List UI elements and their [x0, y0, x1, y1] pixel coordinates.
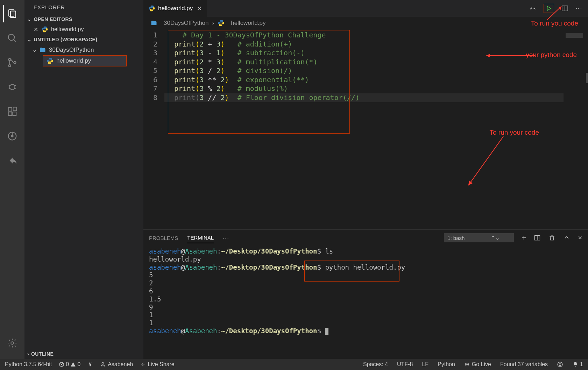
status-found-variables[interactable]: Found 37 variables	[500, 361, 548, 368]
sidebar-title: EXPLORER	[24, 0, 143, 14]
status-bar: Python 3.7.5 64-bit 0 0 Asabeneh Live Sh…	[0, 359, 588, 370]
chevron-down-icon: ⌄	[32, 46, 37, 54]
breadcrumb-folder[interactable]: 30DaysOfPython	[164, 20, 209, 27]
open-editor-filename: helloworld.py	[51, 26, 84, 33]
new-terminal-icon[interactable]: +	[522, 233, 526, 242]
status-golive[interactable]: Go Live	[464, 361, 491, 368]
status-spaces[interactable]: Spaces: 4	[363, 361, 388, 368]
quokka-icon[interactable]	[87, 362, 93, 367]
svg-point-6	[14, 62, 16, 64]
settings-gear-icon[interactable]	[3, 334, 21, 352]
svg-marker-24	[547, 6, 551, 10]
close-icon[interactable]: ✕	[34, 26, 41, 33]
status-encoding[interactable]: UTF-8	[397, 361, 413, 368]
code-editor[interactable]: 1 2 3 4 5 6 7 8 # Day 1 - 30DaysOfPython…	[143, 29, 588, 229]
svg-point-38	[102, 363, 104, 364]
status-feedback-icon[interactable]	[557, 361, 563, 368]
python-file-icon	[218, 20, 225, 27]
panel-tabs: PROBLEMS TERMINAL ··· 1: bash ⌃⌄ +	[143, 230, 588, 246]
tab-bar: helloworld.py ✕ ···	[143, 0, 588, 17]
folder-name: 30DaysOfPython	[49, 47, 94, 54]
gitlens-icon[interactable]	[3, 127, 21, 145]
line-number-gutter: 1 2 3 4 5 6 7 8	[143, 31, 164, 229]
svg-line-9	[9, 88, 10, 89]
workspace-header[interactable]: ⌄ UNTITLED (WORKSPACE)	[24, 35, 143, 44]
open-editors-label: OPEN EDITORS	[34, 16, 72, 22]
svg-line-13	[13, 84, 14, 85]
svg-point-23	[533, 8, 534, 8]
svg-point-19	[12, 135, 13, 137]
python-file-icon	[41, 26, 48, 33]
search-icon[interactable]	[3, 29, 21, 47]
workspace-label: UNTITLED (WORKSPACE)	[34, 37, 97, 42]
code-lines[interactable]: # Day 1 - 30DaysOfPython Challenge print…	[164, 31, 564, 229]
svg-rect-15	[8, 112, 12, 115]
status-eol[interactable]: LF	[422, 361, 428, 368]
run-button[interactable]	[544, 4, 554, 13]
tab-actions: ···	[529, 0, 588, 17]
chevron-right-icon: ›	[27, 351, 29, 357]
svg-rect-16	[13, 112, 16, 115]
maximize-panel-icon[interactable]	[563, 234, 570, 241]
close-panel-icon[interactable]: ✕	[578, 235, 582, 241]
terminal-shell-select[interactable]: 1: bash ⌃⌄	[444, 233, 514, 242]
close-icon[interactable]: ✕	[197, 5, 202, 12]
svg-rect-17	[13, 107, 17, 111]
more-actions-icon[interactable]: ···	[576, 5, 582, 12]
breadcrumb-separator: ›	[212, 20, 214, 27]
terminal-cursor	[325, 328, 328, 335]
chevron-down-icon: ⌄	[27, 37, 31, 42]
svg-line-8	[9, 85, 10, 86]
svg-rect-14	[8, 108, 12, 111]
status-errors[interactable]: 0 0	[59, 361, 80, 368]
folder-item[interactable]: ⌄ 30DaysOfPython	[24, 44, 143, 55]
folder-icon	[150, 20, 157, 27]
svg-point-41	[559, 364, 560, 364]
split-editor-icon[interactable]	[561, 5, 569, 12]
gitlens-toggle-icon[interactable]	[529, 5, 537, 12]
kill-terminal-icon[interactable]	[548, 234, 555, 241]
open-editors-header[interactable]: ⌄ OPEN EDITORS	[24, 14, 143, 24]
svg-point-5	[8, 65, 10, 67]
panel-tab-problems[interactable]: PROBLEMS	[149, 233, 178, 243]
svg-line-3	[14, 40, 16, 42]
panel-tab-terminal[interactable]: TERMINAL	[187, 233, 214, 243]
status-python-version[interactable]: Python 3.7.5 64-bit	[5, 361, 52, 368]
minimap[interactable]	[564, 31, 588, 229]
dropdown-icon: ⌃⌄	[491, 235, 500, 241]
file-item[interactable]: helloworld.py	[43, 55, 127, 66]
liveshare-activity-icon[interactable]	[3, 152, 21, 169]
svg-point-22	[531, 8, 532, 8]
sidebar: EXPLORER ⌄ OPEN EDITORS ✕ helloworld.py …	[24, 0, 143, 359]
source-control-icon[interactable]	[3, 54, 21, 71]
status-liveshare[interactable]: Live Share	[140, 361, 175, 368]
extensions-icon[interactable]	[3, 103, 21, 120]
bottom-panel: PROBLEMS TERMINAL ··· 1: bash ⌃⌄ +	[143, 229, 588, 359]
status-liveshare-user[interactable]: Asabeneh	[100, 361, 133, 368]
svg-point-2	[8, 34, 15, 41]
svg-point-7	[10, 85, 15, 90]
outline-header[interactable]: › OUTLINE	[24, 349, 143, 359]
breadcrumb-file[interactable]: helloworld.py	[231, 20, 265, 27]
folder-icon	[39, 47, 46, 54]
svg-point-42	[561, 364, 561, 364]
split-terminal-icon[interactable]	[534, 234, 541, 241]
python-file-icon	[148, 5, 155, 12]
debug-icon[interactable]	[3, 78, 21, 96]
svg-point-39	[466, 364, 468, 365]
tab-filename: helloworld.py	[158, 5, 193, 12]
python-file-icon	[47, 57, 54, 64]
activity-bar	[0, 0, 24, 359]
status-notifications[interactable]: 1	[572, 361, 583, 368]
svg-point-4	[8, 58, 10, 61]
terminal[interactable]: asabeneh@Asabeneh:~/Desktop/30DaysOfPyth…	[143, 246, 588, 359]
more-icon[interactable]: ···	[223, 235, 229, 241]
explorer-icon[interactable]	[3, 5, 21, 22]
open-editor-item[interactable]: ✕ helloworld.py	[24, 24, 143, 35]
chevron-down-icon: ⌄	[27, 16, 31, 22]
file-name: helloworld.py	[56, 57, 91, 64]
status-language[interactable]: Python	[438, 361, 455, 368]
editor-tab[interactable]: helloworld.py ✕	[143, 0, 207, 17]
breadcrumbs[interactable]: 30DaysOfPython › helloworld.py	[143, 17, 588, 29]
svg-line-11	[14, 88, 16, 89]
